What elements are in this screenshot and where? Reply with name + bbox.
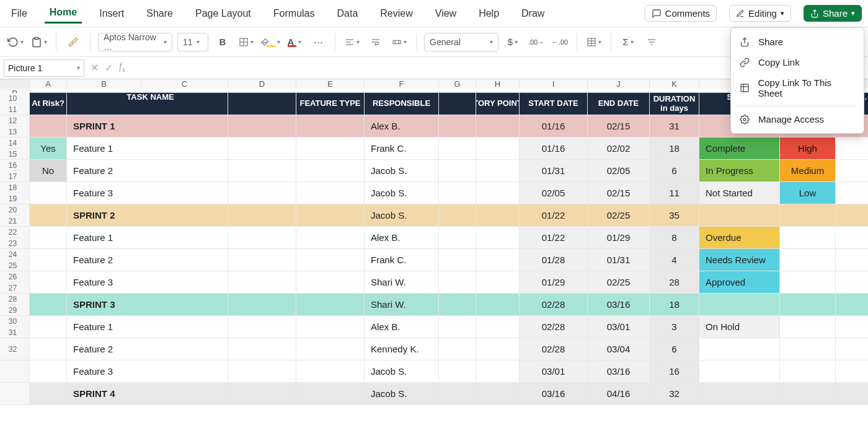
merge-button[interactable]: ▾ (390, 32, 409, 52)
cell-feature-type[interactable] (296, 338, 365, 360)
cell-blank-d[interactable] (228, 115, 296, 137)
cell-feature-type[interactable] (296, 383, 365, 405)
cell-at-risk[interactable] (30, 249, 67, 271)
cell-co[interactable] (836, 338, 868, 360)
cell-blank-h[interactable] (439, 115, 476, 137)
cell-co[interactable] (836, 204, 868, 227)
cell-feature-type[interactable] (296, 115, 365, 137)
fx-icon[interactable]: fx (119, 61, 125, 74)
cell-responsible[interactable]: Jacob S. (365, 360, 439, 383)
cell-blank-h[interactable] (439, 383, 476, 405)
cell-co[interactable] (836, 360, 868, 383)
cell-feature-type[interactable] (296, 249, 365, 271)
font-size-combo[interactable]: 11 ▾ (177, 33, 208, 51)
increase-decimal-button[interactable]: .00→ (527, 32, 546, 52)
cell-priority[interactable]: Medium (780, 160, 836, 182)
cell-task[interactable]: Feature 1 (67, 316, 228, 338)
cell-feature-type[interactable] (296, 182, 365, 204)
cell-priority[interactable] (780, 249, 836, 271)
cell-at-risk[interactable] (30, 383, 67, 405)
cell-blank-h[interactable] (439, 294, 476, 316)
cell-responsible[interactable]: Frank C. (365, 137, 439, 160)
cell-feature-type[interactable] (296, 160, 365, 182)
cell-co[interactable] (836, 249, 868, 271)
cell-duration[interactable]: 16 (650, 360, 699, 383)
row-hdr[interactable]: 1819 (0, 182, 30, 204)
cell-task[interactable]: Feature 3 (67, 182, 228, 204)
row-hdr[interactable]: 2223 (0, 227, 30, 249)
cell-start[interactable]: 01/31 (520, 160, 588, 182)
cell-priority[interactable] (780, 294, 836, 316)
cell-story[interactable] (476, 160, 520, 182)
row-hdr[interactable] (0, 383, 30, 405)
cell-status[interactable] (699, 204, 780, 227)
cell-end[interactable]: 03/16 (588, 360, 650, 383)
share-menu-copy-link[interactable]: Copy Link (731, 52, 864, 72)
cell-story[interactable] (476, 271, 520, 294)
col-K[interactable]: K (650, 79, 699, 89)
cell-blank-d[interactable] (228, 294, 296, 316)
cell-duration[interactable]: 3 (650, 316, 699, 338)
col-B[interactable]: B (67, 79, 141, 89)
cell-duration[interactable]: 6 (650, 160, 699, 182)
cell-story[interactable] (476, 115, 520, 137)
more-font-button[interactable]: ⋯ (309, 32, 327, 52)
cell-start[interactable]: 02/28 (520, 294, 588, 316)
cell-at-risk[interactable] (30, 115, 67, 137)
cell-end[interactable]: 03/01 (588, 316, 650, 338)
cell-start[interactable]: 01/29 (520, 271, 588, 294)
cell-responsible[interactable]: Alex B. (365, 316, 439, 338)
cell-start[interactable]: 02/28 (520, 338, 588, 360)
cell-end[interactable]: 02/05 (588, 160, 650, 182)
cell-duration[interactable]: 18 (650, 137, 699, 160)
alignment-button[interactable]: ▾ (343, 32, 361, 52)
cell-start[interactable]: 01/28 (520, 249, 588, 271)
cell-task[interactable]: SPRINT 4 (67, 383, 228, 405)
col-J[interactable]: J (588, 79, 650, 89)
share-menu-copy-link-sheet[interactable]: Copy Link To This Sheet (731, 72, 864, 103)
cell-priority[interactable] (780, 271, 836, 294)
cell-status[interactable]: Complete (699, 137, 780, 160)
cell-feature-type[interactable] (296, 294, 365, 316)
font-name-combo[interactable]: Aptos Narrow … ▾ (98, 33, 172, 51)
cell-at-risk[interactable] (30, 338, 67, 360)
cell-status[interactable]: Approved (699, 271, 780, 294)
cell-responsible[interactable]: Jacob S. (365, 383, 439, 405)
cell-responsible[interactable]: Shari W. (365, 294, 439, 316)
hdr-at-risk[interactable]: At Risk? (30, 93, 67, 115)
menu-review[interactable]: Review (375, 4, 417, 23)
cell-at-risk[interactable] (30, 271, 67, 294)
cell-co[interactable] (836, 316, 868, 338)
cell-priority[interactable] (780, 316, 836, 338)
borders-button[interactable]: ▾ (237, 32, 255, 52)
menu-help[interactable]: Help (474, 4, 504, 23)
cell-at-risk[interactable]: No (30, 160, 67, 182)
cell-status[interactable]: In Progress (699, 160, 780, 182)
cell-priority[interactable] (780, 360, 836, 383)
cell-status[interactable]: Overdue (699, 227, 780, 249)
cell-start[interactable]: 02/28 (520, 316, 588, 338)
cell-status[interactable] (699, 383, 780, 405)
cell-start[interactable]: 03/01 (520, 360, 588, 383)
menu-view[interactable]: View (430, 4, 461, 23)
hdr-duration[interactable]: DURATIONin days (650, 93, 699, 115)
cell-blank-h[interactable] (439, 182, 476, 204)
cell-story[interactable] (476, 338, 520, 360)
cell-feature-type[interactable] (296, 316, 365, 338)
cell-story[interactable] (476, 383, 520, 405)
row-hdr[interactable]: 2021 (0, 204, 30, 227)
cell-co[interactable] (836, 227, 868, 249)
cell-responsible[interactable]: Alex B. (365, 115, 439, 137)
cell-blank-h[interactable] (439, 160, 476, 182)
editing-button[interactable]: Editing ▾ (729, 5, 791, 22)
autosum-button[interactable]: Σ▾ (619, 32, 637, 52)
cell-start[interactable]: 01/22 (520, 227, 588, 249)
cell-co[interactable] (836, 271, 868, 294)
cell-task[interactable]: SPRINT 1 (67, 115, 228, 137)
share-button[interactable]: Share ▾ (804, 5, 862, 22)
cell-blank-d[interactable] (228, 271, 296, 294)
hdr-story[interactable]: STORY POINTS (476, 93, 520, 115)
row-hdr[interactable]: 2627 (0, 271, 30, 294)
cell-end[interactable]: 02/25 (588, 271, 650, 294)
cell-co[interactable] (836, 160, 868, 182)
